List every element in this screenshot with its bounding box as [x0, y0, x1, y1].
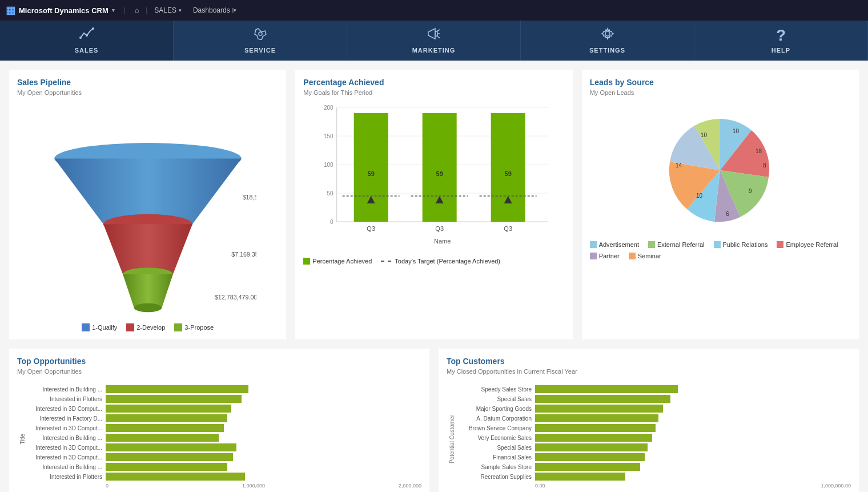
cust-label-2: Major Sporting Goods: [455, 406, 535, 412]
top-opp-chart-container: Title Interested in Building ... Interes…: [17, 381, 421, 492]
funnel-label-3: $12,783,479.00: [215, 294, 256, 301]
leads-by-source-panel: Leads by Source My Open Leads: [582, 70, 859, 339]
cust-label-0: Speedy Sales Store: [455, 386, 535, 393]
brand-dropdown-icon[interactable]: ▾: [112, 7, 115, 13]
cust-label-8: Sample Sales Store: [455, 464, 535, 470]
partner-color: [590, 253, 597, 259]
nav-home[interactable]: ⌂: [129, 0, 144, 21]
public-relations-color: [714, 241, 721, 248]
svg-text:8: 8: [763, 162, 766, 169]
top-cust-row-2: Major Sporting Goods: [455, 405, 851, 413]
svg-text:10: 10: [701, 132, 708, 138]
opp-label-2: Interested in 3D Comput...: [26, 406, 106, 412]
legend-partner: Partner: [590, 253, 620, 259]
svg-text:Q3: Q3: [504, 225, 513, 232]
home-icon: ⌂: [135, 6, 139, 14]
top-opp-row-9: Interested in Plotters: [26, 473, 421, 481]
cust-x-tick-1: 1,000,000.00: [821, 483, 851, 489]
svg-text:10: 10: [696, 193, 703, 199]
svg-text:6: 6: [726, 211, 729, 217]
nav-settings-app[interactable]: SETTINGS: [521, 21, 694, 61]
nav-help-app[interactable]: ? HELP: [694, 21, 868, 61]
svg-line-8: [437, 37, 440, 38]
percentage-achieved-title: Percentage Achieved: [303, 78, 564, 87]
sales-icon: [79, 27, 94, 43]
top-cust-row-0: Speedy Sales Store: [455, 385, 851, 393]
opp-label-3: Interested in Factory D...: [26, 415, 106, 422]
opp-bar-4: [106, 424, 224, 432]
x-tick-0: 0: [106, 483, 108, 489]
top-cust-row-8: Sample Sales Store: [455, 463, 851, 471]
svg-point-18: [134, 303, 162, 313]
top-cust-chart-container: Potential Customer Speedy Sales Store Sp…: [447, 381, 851, 492]
top-cust-row-6: Special Sales: [455, 443, 851, 451]
cust-bar-9: [535, 473, 625, 481]
cust-bar-6: [535, 443, 648, 451]
svg-marker-14: [103, 224, 192, 274]
opp-label-5: Interested in Building ...: [26, 435, 106, 441]
qualify-color: [82, 323, 90, 331]
top-opportunities-title: Top Opportunities: [17, 357, 421, 366]
nav-dashboards-arrow: |▾: [232, 7, 236, 13]
nav-sales[interactable]: SALES ▾: [148, 0, 187, 21]
svg-line-6: [437, 30, 440, 31]
top-customers-title: Top Customers: [447, 357, 851, 366]
funnel-legend: 1-Qualify 2-Develop 3-Propose: [82, 323, 214, 331]
service-app-label: SERVICE: [244, 47, 276, 54]
svg-text:59: 59: [505, 170, 512, 177]
pie-chart-area: 18 9 8 6 10 14 10 10: [590, 102, 851, 239]
svg-text:Name: Name: [434, 238, 451, 245]
help-app-label: HELP: [771, 47, 790, 54]
funnel-chart: $18,522,952.41 $7,169,357.00 $12,783,479…: [17, 102, 278, 331]
opp-bar-8: [106, 463, 227, 471]
funnel-label-1: $18,522,952.41: [242, 194, 256, 201]
top-cust-row-4: Brown Service Company: [455, 424, 851, 432]
public-relations-label: Public Relations: [723, 241, 768, 248]
nav-service-app[interactable]: SERVICE: [174, 21, 347, 61]
x-tick-2: 2,000,000: [399, 483, 421, 489]
svg-text:0: 0: [330, 219, 333, 225]
cust-label-9: Recreation Supplies: [455, 474, 535, 480]
settings-app-label: SETTINGS: [589, 47, 625, 54]
x-tick-1: 1,000,000: [242, 483, 265, 489]
svg-text:14: 14: [676, 162, 682, 169]
svg-rect-5: [435, 31, 437, 36]
external-referral-label: External Referral: [657, 241, 705, 248]
opp-bar-9: [106, 473, 245, 481]
opp-bar-3: [106, 414, 227, 422]
cust-label-5: Very Economic Sales: [455, 435, 535, 441]
funnel-label-2: $7,169,357.00: [231, 251, 256, 258]
top-cust-row-9: Recreation Supplies: [455, 473, 851, 481]
nav-dashboards-label: Dashboards: [193, 6, 230, 14]
today-target-label: Today's Target (Percentage Achieved): [395, 258, 500, 265]
top-opp-row-0: Interested in Building ...: [26, 385, 421, 393]
cust-label-7: Financial Sales: [455, 454, 535, 461]
cust-bar-7: [535, 453, 645, 461]
top-customers-subtitle: My Closed Opportunities in Current Fisca…: [447, 368, 851, 375]
top-opp-bars: Interested in Building ... Interested in…: [26, 381, 421, 492]
opp-bar-7: [106, 453, 233, 461]
partner-label: Partner: [599, 253, 620, 259]
svg-rect-40: [491, 113, 525, 222]
nav-dashboards[interactable]: Dashboards |▾: [187, 0, 242, 21]
brand: ▦ Microsoft Dynamics CRM ▾: [6, 4, 115, 17]
svg-point-9: [605, 31, 610, 36]
brand-label: Microsoft Dynamics CRM: [19, 6, 108, 15]
legend-public-relations: Public Relations: [714, 241, 768, 248]
top-opp-row-6: Interested in 3D Comput...: [26, 443, 421, 451]
svg-text:18: 18: [756, 148, 762, 154]
advertisement-color: [590, 241, 597, 248]
top-opp-row-7: Interested in 3D Comput...: [26, 453, 421, 461]
svg-point-1: [86, 34, 88, 37]
develop-color: [126, 323, 134, 331]
top-cust-row-3: A. Datum Corporation: [455, 414, 851, 422]
legend-develop: 2-Develop: [126, 323, 165, 331]
nav-sales-app[interactable]: SALES: [0, 21, 174, 61]
top-opp-row-5: Interested in Building ...: [26, 434, 421, 442]
nav-marketing-app[interactable]: MARKETING: [347, 21, 521, 61]
top-cust-row-1: Special Sales: [455, 395, 851, 403]
svg-rect-30: [354, 113, 388, 222]
top-opp-row-2: Interested in 3D Comput...: [26, 405, 421, 413]
top-customers-panel: Top Customers My Closed Opportunities in…: [439, 349, 859, 492]
opp-bar-0: [106, 385, 248, 393]
